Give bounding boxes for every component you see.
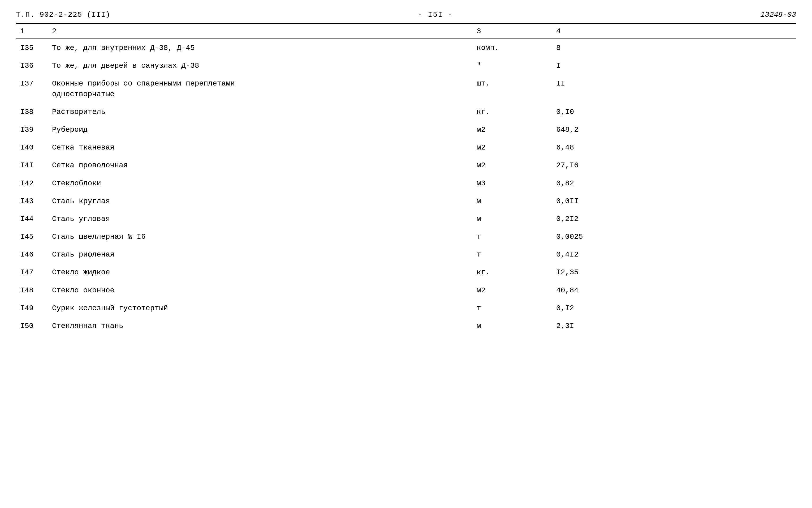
table-row: I42Стеклоблоким30,82 bbox=[16, 174, 796, 192]
row-description: То же, для дверей в санузлах Д-38 bbox=[48, 57, 472, 75]
row-description: Сетка проволочная bbox=[48, 157, 472, 174]
row-description: То же, для внутренних Д-38, Д-45 bbox=[48, 39, 472, 57]
header-right: 13248-03 bbox=[761, 11, 796, 19]
table-row: I50Стеклянная тканьм2,3I bbox=[16, 317, 796, 335]
header-left: Т.П. 902-2-225 (III) bbox=[16, 11, 110, 19]
row-number: I46 bbox=[16, 246, 48, 263]
table-row: I37Оконные приборы со спаренными перепле… bbox=[16, 75, 796, 103]
row-description: Стеклоблоки bbox=[48, 174, 472, 192]
row-quantity: 0,0025 bbox=[552, 228, 796, 246]
table-row: I36То же, для дверей в санузлах Д-38"I bbox=[16, 57, 796, 75]
row-unit: м bbox=[472, 192, 552, 210]
row-number: I48 bbox=[16, 282, 48, 299]
table-row: I49Сурик железный густотертыйт0,I2 bbox=[16, 299, 796, 317]
row-unit: м2 bbox=[472, 139, 552, 157]
col-header-2: 2 bbox=[48, 24, 472, 39]
page-header: Т.П. 902-2-225 (III) - I5I - 13248-03 bbox=[16, 11, 796, 20]
row-quantity: I2,35 bbox=[552, 263, 796, 281]
row-number: I4I bbox=[16, 157, 48, 174]
row-number: I36 bbox=[16, 57, 48, 75]
col-header-4: 4 bbox=[552, 24, 796, 39]
table-row: I38Растворителькг.0,I0 bbox=[16, 103, 796, 121]
row-description: Растворитель bbox=[48, 103, 472, 121]
row-description: Стекло жидкое bbox=[48, 263, 472, 281]
main-table: 1 2 3 4 I35То же, для внутренних Д-38, Д… bbox=[16, 23, 796, 335]
row-unit: т bbox=[472, 246, 552, 263]
row-quantity: 0,4I2 bbox=[552, 246, 796, 263]
row-unit: м bbox=[472, 210, 552, 228]
row-number: I42 bbox=[16, 174, 48, 192]
table-row: I4IСетка проволочнаям227,I6 bbox=[16, 157, 796, 174]
main-table-container: 1 2 3 4 I35То же, для внутренних Д-38, Д… bbox=[16, 23, 796, 335]
row-unit: кг. bbox=[472, 103, 552, 121]
row-quantity: 40,84 bbox=[552, 282, 796, 299]
row-unit: кг. bbox=[472, 263, 552, 281]
row-description: Сталь швеллерная № I6 bbox=[48, 228, 472, 246]
row-quantity: 0,2I2 bbox=[552, 210, 796, 228]
row-quantity: 0,0II bbox=[552, 192, 796, 210]
table-row: I39Рубероидм2648,2 bbox=[16, 121, 796, 139]
row-quantity: 8 bbox=[552, 39, 796, 57]
row-description: Оконные приборы со спаренными переплетам… bbox=[48, 75, 472, 103]
row-quantity: 0,I0 bbox=[552, 103, 796, 121]
row-number: I47 bbox=[16, 263, 48, 281]
table-row: I44Сталь угловаям0,2I2 bbox=[16, 210, 796, 228]
row-description: Рубероид bbox=[48, 121, 472, 139]
table-row: I45Сталь швеллерная № I6т0,0025 bbox=[16, 228, 796, 246]
table-body: I35То же, для внутренних Д-38, Д-45комп.… bbox=[16, 39, 796, 335]
row-unit: " bbox=[472, 57, 552, 75]
row-quantity: II bbox=[552, 75, 796, 103]
row-number: I43 bbox=[16, 192, 48, 210]
col-header-3: 3 bbox=[472, 24, 552, 39]
row-quantity: 0,82 bbox=[552, 174, 796, 192]
row-unit: шт. bbox=[472, 75, 552, 103]
row-unit: м2 bbox=[472, 282, 552, 299]
table-row: I48Стекло оконноем240,84 bbox=[16, 282, 796, 299]
row-description: Сталь рифленая bbox=[48, 246, 472, 263]
header-center: - I5I - bbox=[418, 11, 453, 19]
table-row: I46Сталь рифленаят0,4I2 bbox=[16, 246, 796, 263]
row-number: I49 bbox=[16, 299, 48, 317]
row-number: I35 bbox=[16, 39, 48, 57]
table-header-row: 1 2 3 4 bbox=[16, 24, 796, 39]
row-number: I50 bbox=[16, 317, 48, 335]
row-number: I44 bbox=[16, 210, 48, 228]
row-description: Сталь угловая bbox=[48, 210, 472, 228]
row-description: Сталь круглая bbox=[48, 192, 472, 210]
row-quantity: 2,3I bbox=[552, 317, 796, 335]
table-row: I40Сетка тканеваям26,48 bbox=[16, 139, 796, 157]
row-quantity: 6,48 bbox=[552, 139, 796, 157]
table-row: I47Стекло жидкоекг.I2,35 bbox=[16, 263, 796, 281]
row-unit: т bbox=[472, 299, 552, 317]
table-row: I35То же, для внутренних Д-38, Д-45комп.… bbox=[16, 39, 796, 57]
row-number: I39 bbox=[16, 121, 48, 139]
row-unit: м bbox=[472, 317, 552, 335]
row-quantity: 648,2 bbox=[552, 121, 796, 139]
row-description: Сурик железный густотертый bbox=[48, 299, 472, 317]
table-row: I43Сталь круглаям0,0II bbox=[16, 192, 796, 210]
row-unit: т bbox=[472, 228, 552, 246]
row-unit: м2 bbox=[472, 121, 552, 139]
row-quantity: 0,I2 bbox=[552, 299, 796, 317]
col-header-1: 1 bbox=[16, 24, 48, 39]
row-description: Стекло оконное bbox=[48, 282, 472, 299]
row-number: I37 bbox=[16, 75, 48, 103]
row-number: I45 bbox=[16, 228, 48, 246]
row-number: I40 bbox=[16, 139, 48, 157]
row-description: Сетка тканевая bbox=[48, 139, 472, 157]
row-unit: комп. bbox=[472, 39, 552, 57]
row-quantity: I bbox=[552, 57, 796, 75]
row-unit: м3 bbox=[472, 174, 552, 192]
row-unit: м2 bbox=[472, 157, 552, 174]
row-number: I38 bbox=[16, 103, 48, 121]
row-quantity: 27,I6 bbox=[552, 157, 796, 174]
row-description: Стеклянная ткань bbox=[48, 317, 472, 335]
